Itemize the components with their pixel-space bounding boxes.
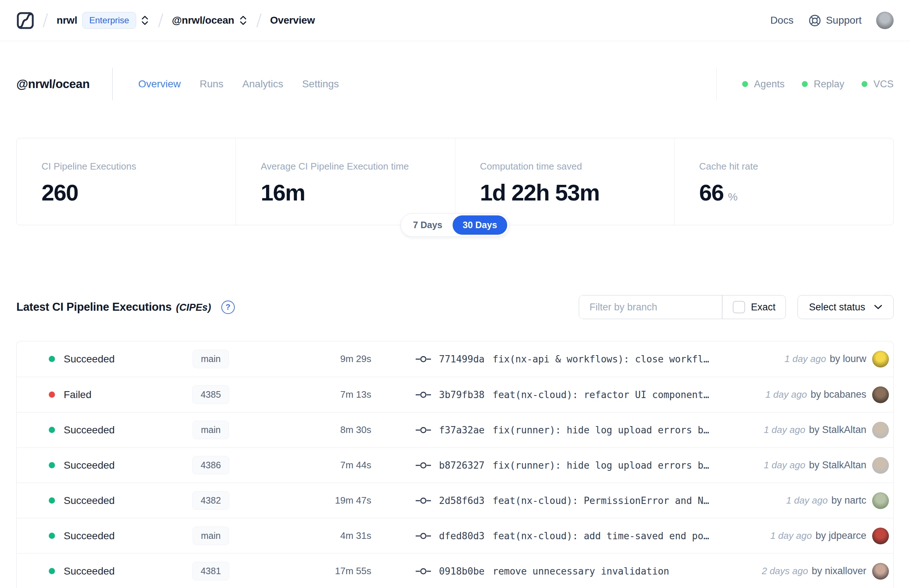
time-ago: 1 day ago <box>786 495 828 506</box>
feature-status-replay[interactable]: Replay <box>802 79 844 90</box>
table-row[interactable]: Succeeded 4381 17m 55s 0918b0be remove u… <box>17 553 893 588</box>
author: by lourw <box>829 353 866 365</box>
stats-section: CI Pipeline Executions 260 Average CI Pi… <box>16 138 894 225</box>
branch-cell: 4385 <box>176 385 245 404</box>
org-name[interactable]: nrwl <box>57 15 78 26</box>
row-avatar <box>872 351 889 367</box>
tab-analytics[interactable]: Analytics <box>242 78 283 90</box>
page-breadcrumb: Overview <box>270 15 315 26</box>
status-dot <box>49 533 55 539</box>
status-dot <box>49 356 55 362</box>
row-avatar <box>872 563 889 580</box>
author: by nixallover <box>812 565 866 577</box>
select-status-button[interactable]: Select status <box>797 295 894 319</box>
duration: 19m 47s <box>245 495 371 506</box>
status-cell: Succeeded <box>49 460 176 471</box>
tab-overview[interactable]: Overview <box>138 78 181 90</box>
commit-cell: 771499da fix(nx-api & workflows): close … <box>416 354 709 365</box>
stat-number: 66 <box>699 179 724 205</box>
range-toggle: 7 Days30 Days <box>401 213 509 237</box>
stat-card: Cache hit rate 66% <box>674 138 893 225</box>
range-option-7-days[interactable]: 7 Days <box>402 215 453 235</box>
cipes-title: Latest CI Pipeline Executions <box>16 300 172 313</box>
table-row[interactable]: Succeeded main 4m 31s dfed80d3 feat(nx-c… <box>17 518 893 553</box>
help-icon[interactable]: ? <box>221 300 235 314</box>
stat-number: 1d 22h 53m <box>480 179 600 205</box>
status-cell: Succeeded <box>49 530 176 542</box>
status-cell: Succeeded <box>49 353 176 365</box>
feature-status-list: Agents Replay VCS <box>742 79 894 90</box>
divider <box>716 68 717 100</box>
stat-card: CI Pipeline Executions 260 <box>17 138 236 225</box>
exact-checkbox[interactable] <box>733 301 745 313</box>
navbar-actions: Docs Support <box>770 11 894 29</box>
table-row[interactable]: Succeeded main 9m 29s 771499da fix(nx-ap… <box>17 341 893 376</box>
table-row[interactable]: Succeeded 4382 19m 47s 2d58f6d3 feat(nx-… <box>17 483 893 518</box>
support-label: Support <box>826 15 862 26</box>
feature-status-vcs[interactable]: VCS <box>862 79 894 90</box>
cipes-controls: Exact Select status <box>579 295 894 319</box>
nx-cloud-logo-icon[interactable] <box>16 11 34 29</box>
breadcrumb: nrwl Enterprise @nrwl/ocean Overview <box>16 11 315 29</box>
tab-runs[interactable]: Runs <box>199 78 223 90</box>
commit-icon <box>416 567 431 575</box>
table-row[interactable]: Succeeded 4386 7m 44s b8726327 fix(runne… <box>17 447 893 483</box>
branch-filter-group: Exact <box>579 295 786 319</box>
commit-icon <box>416 532 431 540</box>
docs-link[interactable]: Docs <box>770 15 794 26</box>
branch-badge: main <box>192 350 229 368</box>
duration: 17m 55s <box>245 565 371 577</box>
commit-icon <box>416 355 431 363</box>
time-ago: 1 day ago <box>770 530 812 541</box>
branch-badge: 4386 <box>192 456 230 475</box>
cipes-header: Latest CI Pipeline Executions (CIPEs) ? … <box>16 295 894 319</box>
author: by StalkAltan <box>809 460 866 471</box>
commit-hash: 2d58f6d3 <box>439 495 485 506</box>
workspace-switcher-icon[interactable] <box>239 15 247 26</box>
workspace-header: @nrwl/ocean OverviewRunsAnalyticsSetting… <box>16 67 894 101</box>
author: by jdpearce <box>815 530 866 541</box>
status-dot <box>49 498 55 504</box>
enterprise-badge: Enterprise <box>82 12 136 29</box>
status-label: Succeeded <box>64 530 115 542</box>
commit-cell: dfed80d3 feat(nx-cloud): add time-saved … <box>416 530 709 541</box>
workspace-name[interactable]: @nrwl/ocean <box>172 15 234 26</box>
breadcrumb-separator <box>43 13 48 27</box>
user-avatar[interactable] <box>876 11 894 29</box>
top-navbar: nrwl Enterprise @nrwl/ocean Overview Doc… <box>0 0 910 41</box>
status-label: Succeeded <box>64 353 115 365</box>
breadcrumb-separator <box>158 13 163 27</box>
select-status-label: Select status <box>809 302 865 313</box>
table-row[interactable]: Succeeded main 8m 30s f37a32ae fix(runne… <box>17 412 893 447</box>
time-ago: 1 day ago <box>764 424 805 436</box>
feature-status-agents[interactable]: Agents <box>742 79 784 90</box>
range-option-30-days[interactable]: 30 Days <box>453 215 508 235</box>
branch-badge: main <box>192 421 229 439</box>
status-label: Succeeded <box>64 565 115 577</box>
feature-label: VCS <box>873 79 894 90</box>
org-switcher-icon[interactable] <box>141 15 149 26</box>
commit-hash: 0918b0be <box>439 566 485 577</box>
stat-value: 260 <box>42 179 236 205</box>
feature-label: Replay <box>813 79 844 90</box>
row-avatar <box>872 386 889 403</box>
commit-message: feat(nx-cloud): PermissionError and N… <box>493 495 709 506</box>
branch-cell: main <box>176 421 245 439</box>
commit-cell: f37a32ae fix(runner): hide log upload er… <box>416 425 709 436</box>
branch-badge: main <box>192 527 229 545</box>
meta-cell: 1 day ago by jdpearce <box>770 528 889 544</box>
meta-cell: 1 day ago by lourw <box>784 351 889 367</box>
duration: 7m 13s <box>245 389 371 400</box>
stat-label: Average CI Pipeline Execution time <box>260 161 455 172</box>
branch-filter-input[interactable] <box>579 296 722 319</box>
tab-settings[interactable]: Settings <box>302 78 339 90</box>
time-ago: 1 day ago <box>766 389 807 400</box>
status-dot <box>49 568 55 574</box>
author: by nartc <box>831 495 866 506</box>
stat-number: 16m <box>260 179 305 205</box>
feature-label: Agents <box>754 79 784 90</box>
table-row[interactable]: Failed 4385 7m 13s 3b79fb38 feat(nx-clou… <box>17 376 893 412</box>
branch-cell: main <box>176 527 245 545</box>
status-label: Succeeded <box>64 460 115 471</box>
support-link[interactable]: Support <box>808 14 862 27</box>
